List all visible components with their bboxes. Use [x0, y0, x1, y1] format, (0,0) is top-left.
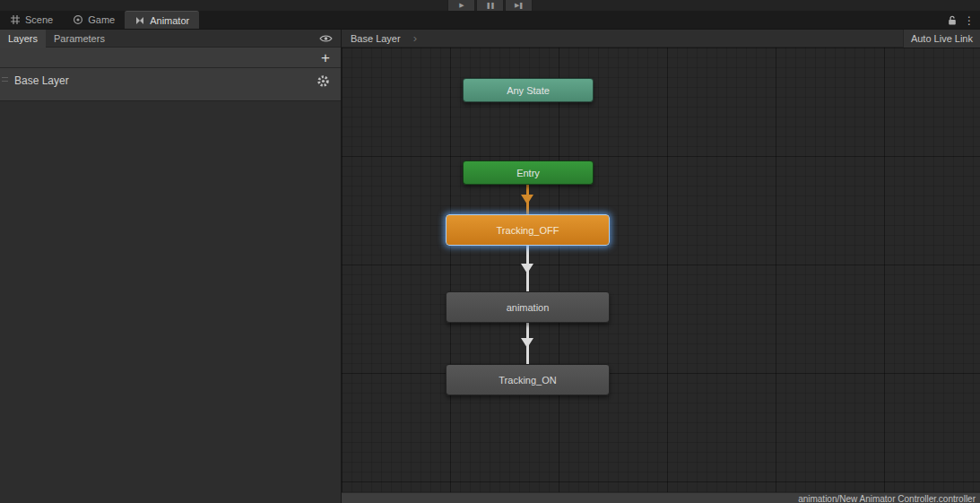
side-panel-tab-bar: Layers Parameters [0, 30, 341, 48]
tab-game-label: Game [88, 14, 115, 25]
node-tracking-on-label: Tracking_ON [499, 375, 556, 386]
eye-icon [319, 34, 333, 43]
eye-toggle-button[interactable] [319, 34, 333, 43]
node-tracking-off-label: Tracking_OFF [497, 225, 559, 236]
transition-arrowhead-animation-to-tracking-on[interactable] [521, 338, 533, 348]
node-animation-label: animation [507, 302, 550, 313]
node-any-state[interactable]: Any State [463, 78, 594, 102]
tab-scene[interactable]: Scene [0, 11, 63, 29]
add-layer-button[interactable]: + [321, 50, 330, 65]
grid-icon [10, 14, 21, 25]
play-button[interactable]: ▶ [447, 0, 475, 11]
transition-arrowhead-entry-to-tracking-off[interactable] [521, 195, 533, 204]
lock-button[interactable] [948, 15, 957, 26]
tab-scene-label: Scene [25, 14, 53, 25]
breadcrumb[interactable]: Base Layer [351, 33, 401, 44]
node-entry-label: Entry [516, 168, 540, 178]
layer-item-base-layer[interactable]: Base Layer [0, 68, 341, 101]
layer-list-toolbar: + [0, 48, 341, 68]
breadcrumb-chevron-icon: › [413, 31, 417, 45]
node-any-state-label: Any State [507, 85, 550, 96]
node-tracking-on[interactable]: Tracking_ON [446, 364, 610, 395]
node-entry[interactable]: Entry [463, 160, 594, 185]
playmode-toolbar: ▶ ❚❚ ▶❚ [0, 0, 980, 11]
animator-side-panel: Layers Parameters + Base Layer [0, 30, 342, 503]
window-controls: ⋮ [948, 11, 976, 30]
tab-game[interactable]: Game [63, 11, 125, 29]
controller-path-label: animation/New Animator Controller.contro… [798, 493, 976, 503]
node-animation[interactable]: animation [446, 291, 610, 323]
step-icon: ▶❚ [515, 2, 523, 9]
animator-graph-canvas[interactable]: Any State Entry Tracking_OFF animation T… [342, 48, 980, 492]
layer-name-label: Base Layer [14, 74, 69, 87]
tab-parameters[interactable]: Parameters [46, 30, 113, 48]
auto-live-link-button[interactable]: Auto Live Link [903, 30, 980, 48]
unity-animator-window: ▶ ❚❚ ▶❚ Scene Game Animator [0, 0, 980, 503]
graph-status-bar: animation/New Animator Controller.contro… [342, 492, 980, 503]
play-icon: ▶ [459, 2, 463, 9]
kebab-menu-icon[interactable]: ⋮ [964, 14, 975, 27]
game-icon [73, 14, 83, 25]
tab-animator-label: Animator [150, 15, 189, 26]
tab-layers[interactable]: Layers [0, 30, 46, 48]
graph-breadcrumb-bar: Base Layer › Auto Live Link [342, 30, 980, 48]
pause-icon: ❚❚ [486, 2, 495, 9]
node-tracking-off[interactable]: Tracking_OFF [446, 214, 610, 246]
layer-drag-handle[interactable] [2, 77, 8, 82]
tab-parameters-label: Parameters [54, 33, 105, 44]
pause-button[interactable]: ❚❚ [476, 0, 504, 11]
tab-layers-label: Layers [8, 33, 38, 44]
step-button[interactable]: ▶❚ [505, 0, 533, 11]
editor-tab-bar: Scene Game Animator [0, 11, 980, 30]
transition-arrowhead-tracking-off-to-animation[interactable] [521, 264, 533, 273]
tab-animator[interactable]: Animator [125, 11, 199, 29]
layer-settings-button[interactable] [317, 74, 330, 88]
animator-icon [134, 15, 145, 26]
gear-icon [317, 74, 330, 88]
lock-icon [948, 15, 957, 26]
